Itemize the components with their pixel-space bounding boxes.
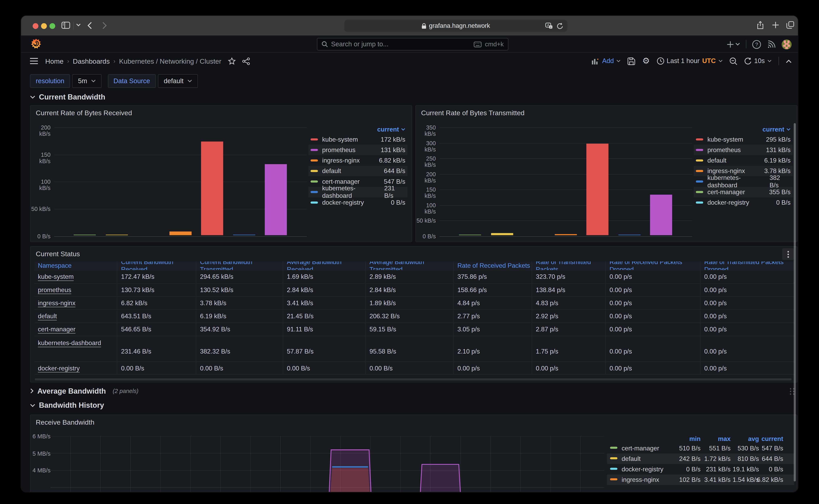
legend-series-name[interactable]: ingress-nginx — [322, 157, 359, 164]
series-color-swatch — [696, 180, 703, 183]
translate-icon[interactable]: Ax — [545, 23, 553, 29]
legend-series-name[interactable]: docker-registry — [622, 466, 663, 473]
namespace-link[interactable]: ingress-nginx — [38, 299, 75, 307]
namespace-link[interactable]: default — [38, 312, 57, 320]
value-cell: 138.84 p/s — [532, 284, 606, 296]
chevron-down-icon — [187, 79, 192, 83]
help-icon[interactable]: ? — [752, 40, 761, 49]
vertical-scrollbar[interactable] — [794, 123, 796, 481]
namespace-link[interactable]: docker-registry — [38, 364, 80, 372]
panel-title[interactable]: Current Status — [36, 250, 80, 258]
legend-series-name[interactable]: ingress-nginx — [707, 167, 745, 175]
y-axis-tick: 150 kB/s — [30, 151, 50, 164]
news-rss-icon[interactable] — [767, 40, 776, 49]
namespace-link[interactable]: cert-manager — [38, 326, 75, 333]
namespace-cell[interactable]: prometheus — [34, 284, 117, 296]
chevron-down-icon[interactable] — [76, 23, 81, 27]
column-header[interactable]: Rate of Received Packets Dropped — [606, 261, 701, 270]
legend-series-name[interactable]: docker-registry — [322, 199, 364, 206]
horizontal-scrollbar[interactable] — [35, 378, 792, 380]
menu-icon[interactable] — [30, 58, 38, 64]
breadcrumb-home[interactable]: Home — [45, 57, 64, 65]
legend-series-name[interactable]: ingress-nginx — [622, 476, 659, 484]
forward-icon[interactable] — [102, 22, 107, 29]
column-header[interactable]: Namespace — [34, 261, 117, 270]
legend-sort-header[interactable]: current — [763, 126, 791, 133]
tab-overview-icon[interactable] — [786, 21, 794, 29]
value-cell: 354.92 B/s — [196, 323, 283, 336]
search-input[interactable]: Search or jump to... cmd+k — [317, 38, 509, 51]
column-header[interactable]: Current Bandwidth Received — [117, 261, 196, 270]
variable-value-resolution[interactable]: 5m — [72, 74, 101, 88]
zoom-window-button[interactable] — [50, 23, 55, 29]
legend-series-name[interactable]: prometheus — [707, 146, 741, 154]
legend-sort-header[interactable]: current — [377, 126, 405, 133]
sidebar-toggle-icon[interactable] — [61, 21, 71, 29]
namespace-cell[interactable]: kube-system — [34, 270, 117, 283]
new-menu-button[interactable] — [727, 41, 740, 48]
namespace-link[interactable]: kube-system — [38, 273, 74, 281]
y-axis-tick: 5 MB/s — [30, 450, 50, 456]
zoom-out-time-icon[interactable] — [730, 57, 737, 65]
reload-icon[interactable] — [557, 22, 563, 29]
dashboard-settings-icon[interactable]: ⚙ — [642, 57, 650, 65]
namespace-cell[interactable]: ingress-nginx — [34, 297, 117, 309]
legend-series-name[interactable]: docker-registry — [707, 199, 749, 206]
value-cell: 643.51 B/s — [117, 310, 196, 323]
breadcrumb-dashboards[interactable]: Dashboards — [73, 57, 110, 65]
share-dashboard-icon[interactable] — [242, 57, 250, 65]
namespace-cell[interactable]: default — [34, 310, 117, 323]
namespace-link[interactable]: kubernetes-dashboard — [38, 339, 101, 347]
series-area-prometheus — [419, 464, 462, 492]
legend-series-name[interactable]: cert-manager — [707, 188, 745, 196]
value-cell: 0.00 p/s — [606, 270, 701, 283]
add-panel-button[interactable]: Add — [592, 57, 621, 65]
time-range-picker[interactable]: Last 1 hour UTC — [657, 57, 723, 65]
refresh-picker[interactable]: 10s — [744, 57, 772, 65]
column-header[interactable]: Rate of Transmitted Packets — [532, 261, 606, 270]
legend-series-name[interactable]: cert-manager — [322, 178, 359, 185]
collapse-toolbar-icon[interactable] — [786, 59, 792, 63]
legend-series-name[interactable]: default — [322, 167, 341, 175]
section-average-bandwidth[interactable]: Average Bandwidth (2 panels) — [30, 387, 138, 395]
grafana-logo-icon[interactable] — [30, 38, 41, 50]
panel-title[interactable]: Current Rate of Bytes Received — [36, 109, 132, 117]
namespace-cell[interactable]: kubernetes-dashboard — [34, 336, 117, 361]
legend-series-name[interactable]: kube-system — [322, 136, 358, 143]
favorite-star-icon[interactable] — [228, 57, 235, 65]
minimize-window-button[interactable] — [41, 23, 47, 29]
user-avatar[interactable] — [782, 39, 792, 49]
refresh-interval-label: 10s — [754, 57, 765, 65]
back-icon[interactable] — [87, 22, 92, 29]
namespace-cell[interactable]: cert-manager — [34, 323, 117, 336]
legend-series-value: 0 B/s — [391, 199, 405, 206]
legend-series-name[interactable]: cert-manager — [622, 445, 659, 452]
panel-receive-bandwidth: Receive Bandwidth 6 MB/s5 MB/s4 MB/s min… — [30, 415, 797, 492]
divider — [746, 40, 746, 48]
save-dashboard-icon[interactable] — [628, 57, 635, 65]
column-header[interactable]: Average Bandwidth Received — [283, 261, 366, 270]
namespace-link[interactable]: prometheus — [38, 286, 71, 294]
address-bar[interactable]: grafana.hagn.network Ax — [344, 20, 567, 32]
variable-value-datasource[interactable]: default — [158, 74, 198, 88]
panel-title[interactable]: Receive Bandwidth — [36, 418, 94, 426]
column-header[interactable]: Rate of Received Packets — [454, 261, 532, 270]
column-header[interactable]: Current Bandwidth Transmitted — [196, 261, 283, 270]
legend-series-name[interactable]: default — [622, 455, 641, 463]
value-cell: 4.83 p/s — [532, 297, 606, 309]
column-header[interactable]: Average Bandwidth Transmitted — [366, 261, 454, 270]
panel-title[interactable]: Current Rate of Bytes Transmitted — [421, 109, 524, 117]
browser-toolbar: grafana.hagn.network Ax — [21, 16, 798, 36]
legend-series-name[interactable]: default — [707, 157, 726, 164]
share-icon[interactable] — [757, 21, 764, 29]
column-header[interactable]: Rate of Transmitted Packets Dropped — [701, 261, 794, 270]
namespace-cell[interactable]: docker-registry — [34, 362, 117, 374]
legend-series-name[interactable]: kube-system — [707, 136, 743, 143]
close-window-button[interactable] — [33, 23, 38, 29]
section-current-bandwidth[interactable]: Current Bandwidth — [30, 93, 105, 101]
panel-menu-icon[interactable] — [782, 248, 794, 260]
legend-column-header[interactable]: current — [746, 435, 783, 443]
legend-series-name[interactable]: prometheus — [322, 146, 355, 154]
new-tab-icon[interactable] — [772, 22, 779, 28]
section-bandwidth-history[interactable]: Bandwidth History — [30, 401, 104, 409]
